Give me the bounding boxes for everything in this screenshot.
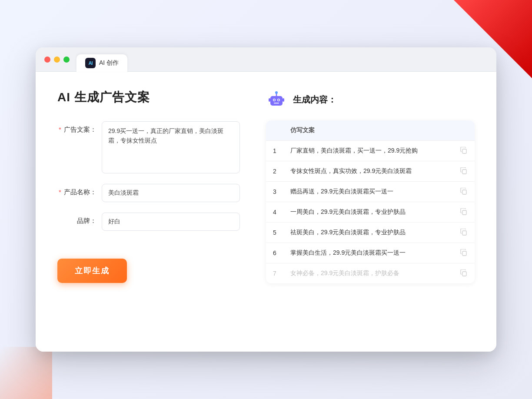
row-text: 一周美白，29.9元美白淡斑霜，专业护肤品 xyxy=(283,202,453,223)
main-content: AI 生成广告文案 * 广告文案： * 产品名称： 品牌 xyxy=(36,72,496,352)
left-panel: AI 生成广告文案 * 广告文案： * 产品名称： 品牌 xyxy=(57,89,240,334)
product-name-label: * 产品名称： xyxy=(57,184,96,196)
svg-rect-8 xyxy=(269,98,270,102)
row-number: 1 xyxy=(266,141,283,161)
title-bar: AI AI 创作 xyxy=(36,47,496,72)
table-header-row: 仿写文案 xyxy=(266,120,475,141)
tab-label: AI 创作 xyxy=(99,59,119,67)
svg-rect-5 xyxy=(274,103,279,104)
product-name-input[interactable] xyxy=(102,184,240,202)
copy-icon[interactable] xyxy=(460,146,468,154)
right-panel: 生成内容： 仿写文案 1厂家直销，美白淡斑霜，买一送一，29.9元抢购 2专抹女… xyxy=(266,89,475,334)
row-text: 厂家直销，美白淡斑霜，买一送一，29.9元抢购 xyxy=(283,141,453,161)
table-row: 7女神必备，29.9元美白淡斑霜，护肤必备 xyxy=(266,263,475,284)
brand-label: 品牌： xyxy=(57,213,96,225)
svg-rect-16 xyxy=(462,272,466,276)
table-row: 6掌握美白生活，29.9元美白淡斑霜买一送一 xyxy=(266,243,475,263)
copy-icon-cell xyxy=(453,161,475,182)
row-text: 赠品再送，29.9元美白淡斑霜买一送一 xyxy=(283,182,453,202)
copy-icon-cell xyxy=(453,182,475,202)
svg-rect-14 xyxy=(462,231,466,235)
copy-icon-cell xyxy=(453,141,475,161)
result-header: 生成内容： xyxy=(266,89,475,110)
row-number: 5 xyxy=(266,223,283,243)
row-text: 专抹女性斑点，真实功效，29.9元美白淡斑霜 xyxy=(283,161,453,182)
svg-rect-10 xyxy=(462,149,466,153)
table-row: 4一周美白，29.9元美白淡斑霜，专业护肤品 xyxy=(266,202,475,223)
results-table: 仿写文案 1厂家直销，美白淡斑霜，买一送一，29.9元抢购 2专抹女性斑点，真实… xyxy=(266,120,475,283)
copy-icon[interactable] xyxy=(460,228,468,236)
svg-rect-11 xyxy=(462,170,466,174)
table-header-text: 仿写文案 xyxy=(283,120,453,141)
svg-rect-0 xyxy=(270,96,283,106)
generate-button[interactable]: 立即生成 xyxy=(57,259,127,283)
corner-decoration-bottom xyxy=(0,347,52,399)
minimize-button[interactable] xyxy=(54,57,60,63)
table-row: 2专抹女性斑点，真实功效，29.9元美白淡斑霜 xyxy=(266,161,475,182)
table-header-copy xyxy=(453,120,475,141)
svg-point-4 xyxy=(278,100,279,101)
copy-icon-cell xyxy=(453,223,475,243)
row-number: 7 xyxy=(266,263,283,284)
window-controls xyxy=(44,57,70,63)
row-text: 祛斑美白，29.9元美白淡斑霜，专业护肤品 xyxy=(283,223,453,243)
table-row: 1厂家直销，美白淡斑霜，买一送一，29.9元抢购 xyxy=(266,141,475,161)
ad-copy-label: * 广告文案： xyxy=(57,121,96,134)
robot-icon xyxy=(266,89,287,110)
ad-copy-group: * 广告文案： xyxy=(57,121,240,173)
brand-input[interactable] xyxy=(102,213,240,231)
svg-point-3 xyxy=(274,100,275,101)
page-title: AI 生成广告文案 xyxy=(57,89,240,106)
required-star: * xyxy=(59,126,61,133)
svg-rect-12 xyxy=(462,190,466,194)
row-number: 4 xyxy=(266,202,283,223)
copy-icon[interactable] xyxy=(460,167,468,175)
copy-icon-cell xyxy=(453,263,475,284)
copy-icon-cell xyxy=(453,202,475,223)
svg-rect-15 xyxy=(462,251,466,256)
row-number: 3 xyxy=(266,182,283,202)
browser-window: AI AI 创作 AI 生成广告文案 * 广告文案： * 产品名称： xyxy=(36,47,496,352)
table-header-num xyxy=(266,120,283,141)
maximize-button[interactable] xyxy=(63,57,70,63)
row-number: 6 xyxy=(266,243,283,263)
svg-point-7 xyxy=(275,91,278,94)
required-star-2: * xyxy=(59,188,61,196)
result-title: 生成内容： xyxy=(293,94,336,106)
brand-group: 品牌： xyxy=(57,213,240,231)
ai-tab[interactable]: AI AI 创作 xyxy=(76,54,127,72)
copy-icon[interactable] xyxy=(460,208,468,216)
svg-rect-9 xyxy=(283,98,284,102)
table-row: 3赠品再送，29.9元美白淡斑霜买一送一 xyxy=(266,182,475,202)
copy-icon[interactable] xyxy=(460,249,468,256)
product-name-group: * 产品名称： xyxy=(57,184,240,202)
copy-icon[interactable] xyxy=(460,187,468,195)
svg-rect-13 xyxy=(462,210,466,215)
row-text: 掌握美白生活，29.9元美白淡斑霜买一送一 xyxy=(283,243,453,263)
row-number: 2 xyxy=(266,161,283,182)
ad-copy-input[interactable] xyxy=(102,121,240,173)
copy-icon[interactable] xyxy=(460,269,468,277)
tab-icon: AI xyxy=(85,58,96,68)
copy-icon-cell xyxy=(453,243,475,263)
row-text: 女神必备，29.9元美白淡斑霜，护肤必备 xyxy=(283,263,453,284)
close-button[interactable] xyxy=(44,57,50,63)
table-row: 5祛斑美白，29.9元美白淡斑霜，专业护肤品 xyxy=(266,223,475,243)
